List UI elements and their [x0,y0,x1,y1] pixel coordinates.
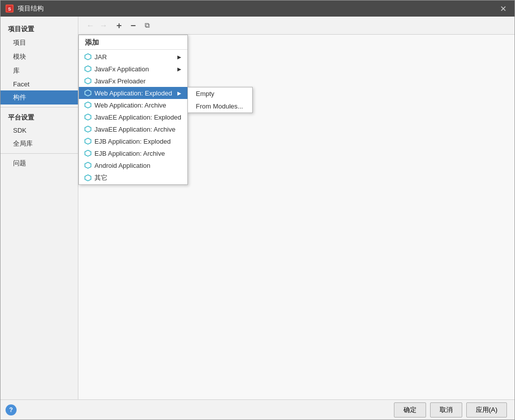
sidebar-item-sdk[interactable]: SDK [1,124,78,137]
section-title-platform: 平台设置 [1,110,78,124]
menu-item-ejb-exploded[interactable]: EJB Application: Exploded [79,135,187,147]
submenu-item-empty[interactable]: Empty [188,87,252,100]
add-dropdown-menu: 添加 JAR ▶ JavaFx Applicat [78,35,188,185]
app-icon: S [6,5,14,13]
bottom-bar: ? 确定 取消 应用(A) [1,399,514,419]
toolbar: ← → + − ⧉ [78,17,514,35]
ejb-archive-icon [84,149,92,157]
cancel-button[interactable]: 取消 [430,402,462,417]
dropdown-header: 添加 [79,35,187,50]
svg-marker-9 [85,138,91,144]
svg-marker-11 [85,162,91,168]
menu-item-javaee-exploded-label: JavaEE Application: Exploded [94,114,181,121]
apply-button[interactable]: 应用(A) [466,402,507,417]
menu-item-ejb-exploded-label: EJB Application: Exploded [94,138,171,145]
title-bar-left: S 项目结构 [6,4,44,13]
menu-item-android-app-label: Android Application [94,162,150,169]
menu-item-other-label: 其它 [94,173,108,182]
menu-item-ejb-archive[interactable]: EJB Application: Archive [79,147,187,159]
javafx-app-icon [84,65,92,73]
add-icon: + [117,21,122,30]
svg-marker-5 [85,90,91,96]
menu-item-javaee-archive-label: JavaEE Application: Archive [94,126,175,133]
menu-item-jar-label: JAR [94,53,107,61]
copy-button[interactable]: ⧉ [141,19,154,32]
menu-item-javafx-app-label: JavaFx Application [94,65,149,73]
sidebar-divider-1 [1,107,78,108]
nav-buttons: ← → [82,20,112,31]
sidebar-item-problems[interactable]: 问题 [1,156,78,170]
menu-item-webapp-exploded-label: Web Application: Exploded [94,89,172,97]
svg-marker-12 [85,175,91,181]
menu-item-javafx-preloader-label: JavaFx Preloader [94,77,146,85]
sidebar-item-global-lib[interactable]: 全局库 [1,137,78,151]
other-icon [84,174,92,182]
sidebar-divider-2 [1,153,78,154]
jar-icon [84,53,92,61]
svg-marker-3 [85,66,91,72]
main-panel: ← → + − ⧉ 添加 [78,17,514,399]
main-content: 添加 JAR ▶ JavaFx Applicat [78,35,514,399]
help-button[interactable]: ? [6,404,17,415]
menu-item-webapp-exploded[interactable]: Web Application: Exploded ▶ Empty From M… [79,87,187,99]
webapp-archive-icon [84,101,92,109]
sidebar-item-artifact[interactable]: 构件 [1,90,78,104]
svg-marker-8 [85,126,91,132]
menu-item-webapp-archive-label: Web Application: Archive [94,101,166,109]
sidebar-item-facet[interactable]: Facet [1,78,78,90]
menu-item-webapp-archive[interactable]: Web Application: Archive [79,99,187,111]
section-title-project: 项目设置 [1,22,78,36]
confirm-button[interactable]: 确定 [394,402,426,417]
forward-button[interactable]: → [97,20,110,31]
title-bar: S 项目结构 ✕ [1,1,514,17]
menu-item-javafx-preloader[interactable]: JavaFx Preloader [79,75,187,87]
svg-marker-4 [85,78,91,84]
menu-item-jar[interactable]: JAR ▶ [79,51,187,63]
remove-icon: − [131,21,136,30]
copy-icon: ⧉ [145,21,150,30]
jar-arrow: ▶ [177,54,181,60]
svg-marker-7 [85,114,91,120]
remove-button[interactable]: − [127,19,140,32]
menu-item-ejb-archive-label: EJB Application: Archive [94,150,165,157]
sidebar-item-module[interactable]: 模块 [1,50,78,64]
svg-marker-6 [85,102,91,108]
submenu-item-from-modules[interactable]: From Modules... [188,100,252,113]
android-app-icon [84,161,92,169]
webapp-exploded-arrow: ▶ [177,90,181,96]
close-button[interactable]: ✕ [497,3,509,15]
javaee-exploded-icon [84,113,92,121]
ejb-exploded-icon [84,137,92,145]
window-title: 项目结构 [18,4,44,13]
svg-marker-10 [85,150,91,156]
menu-item-android-app[interactable]: Android Application [79,159,187,171]
dropdown-container: 添加 JAR ▶ JavaFx Applicat [78,35,188,185]
menu-item-javaee-archive[interactable]: JavaEE Application: Archive [79,123,187,135]
webapp-exploded-icon [84,89,92,97]
javafx-app-arrow: ▶ [177,66,181,72]
add-button[interactable]: + [113,19,126,32]
svg-text:S: S [8,7,11,12]
webapp-exploded-submenu: Empty From Modules... [187,87,253,113]
javafx-preloader-icon [84,77,92,85]
sidebar-item-project[interactable]: 项目 [1,36,78,50]
svg-marker-2 [85,54,91,60]
menu-item-javaee-exploded[interactable]: JavaEE Application: Exploded [79,111,187,123]
back-button[interactable]: ← [84,20,96,31]
menu-item-javafx-app[interactable]: JavaFx Application ▶ [79,63,187,75]
javaee-archive-icon [84,125,92,133]
content-area: 项目设置 项目 模块 库 Facet 构件 平台设置 SDK 全局库 问题 ← … [1,17,514,399]
sidebar: 项目设置 项目 模块 库 Facet 构件 平台设置 SDK 全局库 问题 [1,17,78,399]
sidebar-item-library[interactable]: 库 [1,64,78,78]
menu-item-other[interactable]: 其它 [79,171,187,184]
project-structure-window: S 项目结构 ✕ 项目设置 项目 模块 库 Facet 构件 平台设置 SDK … [0,0,515,420]
